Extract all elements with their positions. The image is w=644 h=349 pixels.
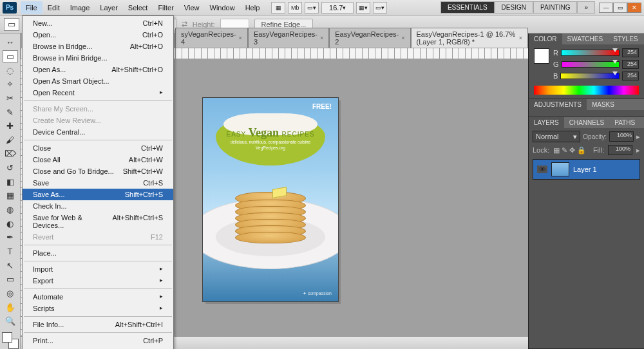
path-tool[interactable]: ↖ bbox=[3, 259, 18, 272]
3d-tool[interactable]: ◎ bbox=[3, 287, 18, 300]
tab-styles[interactable]: STYLES bbox=[608, 33, 643, 44]
menu-row-automate[interactable]: Automate bbox=[23, 291, 173, 303]
menu-window[interactable]: Window bbox=[205, 1, 240, 14]
menu-row-place[interactable]: Place... bbox=[23, 247, 173, 259]
value-b[interactable]: 254 bbox=[622, 71, 639, 80]
menu-select[interactable]: Select bbox=[123, 1, 153, 14]
lock-all-icon[interactable]: 🔒 bbox=[577, 146, 586, 155]
workspace-design[interactable]: DESIGN bbox=[495, 1, 533, 14]
screen-mode-button[interactable]: ▭▾ bbox=[373, 2, 387, 14]
menu-row-save-for-web-devices[interactable]: Save for Web & Devices...Alt+Shift+Ctrl+… bbox=[23, 212, 173, 231]
dodge-tool[interactable]: ◐ bbox=[3, 217, 18, 230]
brush-tool[interactable]: 🖌 bbox=[3, 134, 18, 147]
stamp-tool[interactable]: ⌦ bbox=[3, 147, 18, 160]
workspace-more[interactable]: » bbox=[577, 1, 595, 14]
move-tool[interactable]: ↔ bbox=[3, 36, 18, 49]
window-close[interactable]: ✕ bbox=[627, 3, 641, 13]
menu-row-save-as[interactable]: Save As...Shift+Ctrl+S bbox=[23, 189, 173, 200]
doc-tab-3[interactable]: EasyVeganRecipes-3× bbox=[248, 28, 329, 48]
history-brush-tool[interactable]: ↺ bbox=[3, 162, 18, 174]
menu-row-print-one-copy[interactable]: Print One CopyAlt+Shift+Ctrl+P bbox=[23, 346, 173, 349]
menu-row-open-as-smart-object[interactable]: Open As Smart Object... bbox=[23, 75, 173, 87]
close-icon[interactable]: × bbox=[320, 35, 323, 41]
menu-help[interactable]: Help bbox=[240, 1, 265, 14]
pen-tool[interactable]: ✒ bbox=[3, 231, 18, 244]
layer-row[interactable]: 👁 Layer 1 bbox=[533, 160, 639, 179]
slider-r[interactable] bbox=[561, 50, 620, 56]
slider-b[interactable] bbox=[560, 73, 620, 79]
menu-filter[interactable]: Filter bbox=[153, 1, 178, 14]
tab-paths[interactable]: PATHS bbox=[609, 117, 640, 128]
menu-edit[interactable]: Edit bbox=[43, 1, 65, 14]
heal-tool[interactable]: ✚ bbox=[3, 120, 18, 133]
menu-row-print[interactable]: Print...Ctrl+P bbox=[23, 335, 173, 346]
wand-tool[interactable]: ✧ bbox=[3, 78, 18, 91]
tab-layers[interactable]: LAYERS bbox=[529, 117, 564, 128]
menu-row-browse-in-bridge[interactable]: Browse in Bridge...Alt+Ctrl+O bbox=[23, 41, 173, 52]
menu-row-browse-in-mini-bridge[interactable]: Browse in Mini Bridge... bbox=[23, 52, 173, 64]
menu-row-open[interactable]: Open...Ctrl+O bbox=[23, 29, 173, 41]
launch-minib-button[interactable]: Mb bbox=[288, 2, 302, 14]
marquee-tool[interactable]: ▭ bbox=[3, 50, 18, 63]
doc-tab-4[interactable]: syVeganRecipes-4× bbox=[175, 28, 248, 48]
value-g[interactable]: 254 bbox=[622, 60, 639, 69]
tab-color[interactable]: COLOR bbox=[529, 33, 562, 44]
menu-row-file-info[interactable]: File Info...Alt+Shift+Ctrl+I bbox=[23, 319, 173, 330]
hand-tool[interactable]: ✋ bbox=[3, 301, 18, 314]
eraser-tool[interactable]: ◧ bbox=[3, 175, 18, 188]
foreground-swatch[interactable] bbox=[534, 48, 549, 64]
extras-button[interactable]: ▭▾ bbox=[305, 2, 319, 14]
workspace-painting[interactable]: PAINTING bbox=[533, 1, 577, 14]
lock-move-icon[interactable]: ✥ bbox=[569, 146, 575, 155]
spectrum-bar[interactable] bbox=[534, 86, 639, 95]
visibility-icon[interactable]: 👁 bbox=[537, 165, 547, 173]
opacity-field[interactable]: 100% bbox=[609, 131, 634, 142]
lasso-tool[interactable]: ◌ bbox=[3, 64, 18, 77]
close-icon[interactable]: × bbox=[401, 35, 404, 41]
menu-view[interactable]: View bbox=[179, 1, 205, 14]
tab-adjustments[interactable]: ADJUSTMENTS bbox=[529, 99, 587, 110]
menu-row-device-central[interactable]: Device Central... bbox=[23, 126, 173, 138]
menu-row-import[interactable]: Import bbox=[23, 263, 173, 275]
close-icon[interactable]: × bbox=[239, 35, 242, 41]
menu-row-check-in[interactable]: Check In... bbox=[23, 200, 173, 212]
tab-masks[interactable]: MASKS bbox=[587, 99, 620, 110]
value-r[interactable]: 254 bbox=[622, 48, 639, 57]
crop-tool[interactable]: ✂ bbox=[3, 92, 18, 105]
menu-row-new[interactable]: New...Ctrl+N bbox=[23, 17, 173, 29]
menu-layer[interactable]: Layer bbox=[95, 1, 123, 14]
lock-brush-icon[interactable]: ✎ bbox=[562, 146, 567, 155]
menu-row-scripts[interactable]: Scripts bbox=[23, 303, 173, 314]
menu-row-open-recent[interactable]: Open Recent bbox=[23, 87, 173, 99]
lock-pixels-icon[interactable]: ▦ bbox=[553, 146, 560, 155]
fill-field[interactable]: 100% bbox=[608, 145, 632, 155]
shape-tool[interactable]: ▭ bbox=[3, 273, 18, 286]
window-maximize[interactable]: ▭ bbox=[613, 3, 627, 13]
zoom-tool[interactable]: 🔍 bbox=[3, 315, 18, 328]
type-tool[interactable]: T bbox=[3, 245, 18, 258]
tab-swatches[interactable]: SWATCHES bbox=[562, 33, 609, 44]
layer-name[interactable]: Layer 1 bbox=[573, 165, 597, 173]
close-icon[interactable]: × bbox=[519, 35, 522, 41]
blur-tool[interactable]: ◍ bbox=[3, 203, 18, 216]
eyedropper-tool[interactable]: ✎ bbox=[3, 106, 18, 118]
menu-image[interactable]: Image bbox=[65, 1, 95, 14]
menu-row-close-all[interactable]: Close AllAlt+Ctrl+W bbox=[23, 154, 173, 165]
layer-thumbnail[interactable] bbox=[551, 162, 569, 176]
menu-row-save[interactable]: SaveCtrl+S bbox=[23, 177, 173, 189]
arrange-button[interactable]: ▦▾ bbox=[356, 2, 370, 14]
workspace-essentials[interactable]: ESSENTIALS bbox=[440, 1, 495, 14]
color-swatches[interactable] bbox=[2, 332, 19, 349]
menu-row-open-as[interactable]: Open As...Alt+Shift+Ctrl+O bbox=[23, 64, 173, 75]
menu-row-export[interactable]: Export bbox=[23, 275, 173, 287]
tool-preset[interactable]: ▭ bbox=[4, 18, 19, 31]
tab-channels[interactable]: CHANNELS bbox=[564, 117, 609, 128]
menu-file[interactable]: File bbox=[21, 1, 43, 14]
doc-tab-2[interactable]: EasyVeganRecipes-2× bbox=[329, 28, 410, 48]
gradient-tool[interactable]: ▦ bbox=[3, 189, 18, 202]
window-minimize[interactable]: — bbox=[599, 3, 613, 13]
zoom-select[interactable]: 16.7 ▾ bbox=[321, 2, 354, 14]
menu-row-close-and-go-to-bridge[interactable]: Close and Go To Bridge...Shift+Ctrl+W bbox=[23, 165, 173, 177]
launch-bridge-button[interactable]: ▦ bbox=[271, 2, 285, 14]
slider-g[interactable] bbox=[562, 61, 620, 68]
